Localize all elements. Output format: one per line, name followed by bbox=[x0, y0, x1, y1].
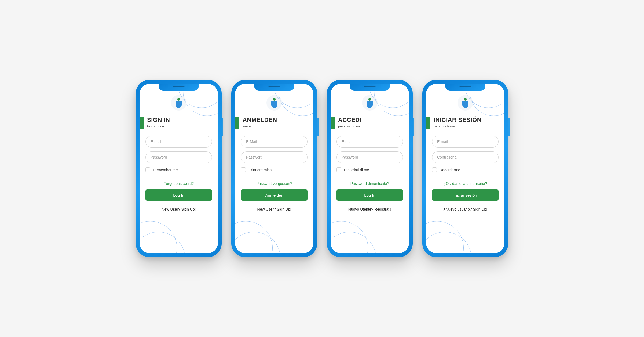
side-button-icon bbox=[508, 118, 510, 136]
remember-label: Recordarme bbox=[440, 168, 460, 172]
page-subtitle: weiter bbox=[243, 124, 277, 128]
email-field[interactable] bbox=[241, 136, 308, 148]
login-button[interactable]: Anmelden bbox=[241, 189, 308, 201]
remember-checkbox[interactable] bbox=[145, 167, 150, 172]
remember-row: Erinnere mich bbox=[241, 167, 308, 172]
remember-label: Ricordati di me bbox=[344, 168, 369, 172]
phone-mockup: ANMELDEN weiter Erinnere mich Passwort v… bbox=[231, 80, 317, 257]
title-text: ACCEDI per continuare bbox=[338, 116, 361, 128]
notch-icon bbox=[254, 84, 294, 91]
side-button-icon bbox=[413, 118, 414, 136]
signup-link[interactable]: New User? Sign Up! bbox=[241, 207, 308, 211]
accent-block-icon bbox=[235, 117, 239, 129]
login-button[interactable]: Log In bbox=[145, 189, 212, 201]
forgot-password-link[interactable]: Passwort vergessen? bbox=[241, 181, 308, 186]
title-row: SIGN IN to continue bbox=[140, 116, 218, 128]
signup-link[interactable]: New User? Sign Up! bbox=[145, 207, 212, 211]
password-field[interactable] bbox=[432, 151, 499, 163]
phones-row: SIGN IN to continue Remember me Forgot p… bbox=[136, 80, 508, 257]
title-row: ACCEDI per continuare bbox=[331, 116, 409, 128]
phone-screen: ANMELDEN weiter Erinnere mich Passwort v… bbox=[235, 84, 313, 253]
remember-row: Remember me bbox=[145, 167, 212, 172]
title-row: ANMELDEN weiter bbox=[235, 116, 313, 128]
deco-circle-icon bbox=[426, 232, 472, 253]
phone-screen: INICIAR SESIÓN para continuar Recordarme… bbox=[426, 84, 504, 253]
forgot-password-link[interactable]: Password dimenticata? bbox=[336, 181, 403, 186]
remember-checkbox[interactable] bbox=[336, 167, 341, 172]
phone-screen: SIGN IN to continue Remember me Forgot p… bbox=[140, 84, 218, 253]
email-field[interactable] bbox=[336, 136, 403, 148]
remember-checkbox[interactable] bbox=[241, 167, 246, 172]
title-text: INICIAR SESIÓN para continuar bbox=[434, 116, 481, 128]
remember-label: Erinnere mich bbox=[248, 168, 272, 172]
page-title: INICIAR SESIÓN bbox=[434, 116, 481, 123]
email-field[interactable] bbox=[432, 136, 499, 148]
signin-form: Erinnere mich Passwort vergessen? Anmeld… bbox=[235, 128, 313, 211]
page-title: SIGN IN bbox=[147, 116, 170, 123]
signin-form: Ricordati di me Password dimenticata? Lo… bbox=[331, 128, 409, 211]
signin-form: Recordarme ¿Olvidaste la contraseña? Ini… bbox=[426, 128, 504, 211]
password-field[interactable] bbox=[336, 151, 403, 163]
deco-circle-icon bbox=[140, 232, 185, 253]
notch-icon bbox=[159, 84, 199, 91]
phone-mockup: INICIAR SESIÓN para continuar Recordarme… bbox=[422, 80, 508, 257]
email-field[interactable] bbox=[145, 136, 212, 148]
remember-label: Remember me bbox=[153, 168, 178, 172]
title-row: INICIAR SESIÓN para continuar bbox=[426, 116, 504, 128]
forgot-password-link[interactable]: Forgot password? bbox=[145, 181, 212, 186]
accent-block-icon bbox=[140, 117, 144, 129]
accent-block-icon bbox=[426, 117, 430, 129]
title-text: SIGN IN to continue bbox=[147, 116, 170, 128]
signup-link[interactable]: Nuovo Utente? Registrati! bbox=[336, 207, 403, 211]
page-subtitle: to continue bbox=[147, 124, 170, 128]
deco-circle-icon bbox=[235, 232, 281, 253]
page-subtitle: para continuar bbox=[434, 124, 481, 128]
remember-row: Ricordati di me bbox=[336, 167, 403, 172]
title-text: ANMELDEN weiter bbox=[243, 116, 277, 128]
password-field[interactable] bbox=[145, 151, 212, 163]
remember-checkbox[interactable] bbox=[432, 167, 437, 172]
notch-icon bbox=[350, 84, 390, 91]
accent-block-icon bbox=[331, 117, 335, 129]
page-subtitle: per continuare bbox=[338, 124, 361, 128]
phone-screen: ACCEDI per continuare Ricordati di me Pa… bbox=[331, 84, 409, 253]
signup-link[interactable]: ¿Nuevo usuario? Sign Up! bbox=[432, 207, 499, 211]
login-button[interactable]: Iniciar sesión bbox=[432, 189, 499, 201]
forgot-password-link[interactable]: ¿Olvidaste la contraseña? bbox=[432, 181, 499, 186]
page-title: ANMELDEN bbox=[243, 116, 277, 123]
deco-circle-icon bbox=[331, 232, 376, 253]
phone-mockup: SIGN IN to continue Remember me Forgot p… bbox=[136, 80, 222, 257]
phone-mockup: ACCEDI per continuare Ricordati di me Pa… bbox=[327, 80, 413, 257]
signin-form: Remember me Forgot password? Log In New … bbox=[140, 128, 218, 211]
login-button[interactable]: Log In bbox=[336, 189, 403, 201]
page-title: ACCEDI bbox=[338, 116, 361, 123]
password-field[interactable] bbox=[241, 151, 308, 163]
notch-icon bbox=[445, 84, 485, 91]
side-button-icon bbox=[222, 118, 223, 136]
side-button-icon bbox=[317, 118, 319, 136]
remember-row: Recordarme bbox=[432, 167, 499, 172]
